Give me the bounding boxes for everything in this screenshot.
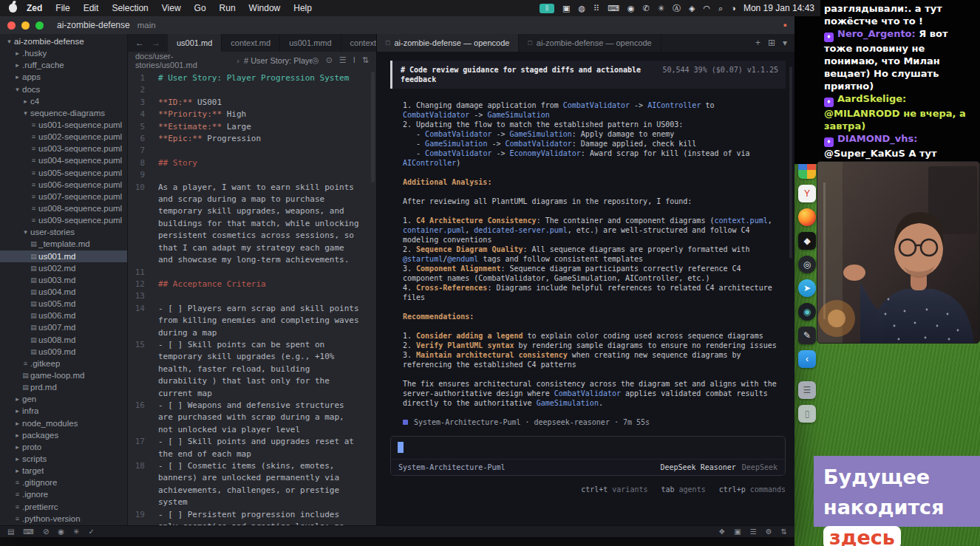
settings-icon[interactable]: ⚙: [766, 528, 772, 536]
menu-go[interactable]: Go: [188, 3, 213, 13]
new-terminal-button[interactable]: +: [755, 38, 760, 48]
tab-terminal-1[interactable]: □ai-zombie-defense — opencode: [377, 34, 519, 52]
editor-line[interactable]: 1# User Story: Player Progression System: [128, 72, 376, 84]
editor-line[interactable]: 11: [128, 267, 376, 279]
tree-file-game-loop-md[interactable]: ▤game-loop.md: [0, 369, 127, 381]
chat-username[interactable]: DIAMOND_vhs:: [837, 133, 918, 144]
titlebar-status-icon[interactable]: ●: [783, 21, 787, 29]
search-icon[interactable]: ⌕: [718, 4, 723, 13]
tree-file--python-version[interactable]: ≡.python-version: [0, 513, 127, 525]
tree-file--gitignore[interactable]: ≡.gitignore: [0, 477, 127, 488]
editor-scrollbar[interactable]: [371, 72, 375, 182]
diagnostics-icon[interactable]: ⊘: [43, 528, 49, 536]
tree-file-us008-sequence-puml[interactable]: ≡us008-sequence.puml: [0, 202, 127, 214]
camera-icon[interactable]: ◉: [627, 4, 635, 13]
editor-line[interactable]: 10As a player, I want to earn skill poin…: [128, 182, 376, 267]
tree-file--template-md[interactable]: ▤_template.md: [0, 238, 127, 250]
tree-file-us002-md[interactable]: ▤us002.md: [0, 262, 127, 274]
menu-file[interactable]: File: [49, 3, 76, 13]
tree-file-us009-md[interactable]: ▤us009.md: [0, 346, 127, 358]
tree-file--ignore[interactable]: ≡.ignore: [0, 488, 127, 500]
cursor-icon[interactable]: I: [353, 55, 355, 65]
expand-icon[interactable]: ⇅: [362, 55, 369, 65]
breadcrumb-context[interactable]: # User Story: Playe: [244, 56, 312, 65]
tree-folder--ruff-cache[interactable]: ▸.ruff_cache: [0, 59, 127, 71]
project-panel[interactable]: ▾ai-zombie-defense▸.husky▸.ruff_cache▸ap…: [0, 34, 128, 525]
tree-file--prettierrc[interactable]: ≡.prettierrc: [0, 500, 127, 512]
tree-folder-docs[interactable]: ▾docs: [0, 83, 127, 95]
menu-help[interactable]: Help: [287, 3, 319, 13]
menu-zed[interactable]: Zed: [20, 3, 49, 13]
project-panel-toggle-icon[interactable]: ▤: [7, 528, 14, 536]
editor-line[interactable]: 14- [ ] Players earn scrap and skill poi…: [128, 303, 376, 339]
tree-folder-infra[interactable]: ▸infra: [0, 405, 127, 417]
chat-username[interactable]: AardSkelige:: [837, 93, 906, 104]
keyboard-icon[interactable]: ⌨: [608, 4, 619, 13]
telegram-icon[interactable]: ➤: [798, 279, 816, 297]
editor-line[interactable]: 17- [ ] Skill points and upgrades reset …: [128, 436, 376, 460]
tree-file-prd-md[interactable]: ▤prd.md: [0, 381, 127, 393]
tree-file-us003-sequence-puml[interactable]: ≡us003-sequence.puml: [0, 143, 127, 154]
search-icon[interactable]: ◉: [58, 528, 64, 536]
tree-file-us006-md[interactable]: ▤us006.md: [0, 310, 127, 321]
tree-file--gitkeep[interactable]: ≡.gitkeep: [0, 358, 127, 369]
terminal-scrollbar[interactable]: [789, 66, 792, 259]
tab-terminal-2[interactable]: □ai-zombie-defense — opencode: [519, 34, 661, 52]
tree-folder-sequence-diagrams[interactable]: ▾sequence-diagrams: [0, 107, 127, 119]
tree-file-us002-sequence-puml[interactable]: ≡us002-sequence.puml: [0, 131, 127, 143]
editor-line[interactable]: 15- [ ] Skill points can be spent on tem…: [128, 339, 376, 400]
tree-file-us004-sequence-puml[interactable]: ≡us004-sequence.puml: [0, 154, 127, 166]
control-center-icon[interactable]: ◑: [731, 4, 736, 13]
assistant-icon[interactable]: ✳: [73, 528, 79, 536]
nav-forward-icon[interactable]: →: [152, 38, 160, 48]
tree-file-us005-md[interactable]: ▤us005.md: [0, 298, 127, 310]
obs-icon[interactable]: ◎: [798, 256, 816, 273]
terminal-toggle-icon[interactable]: ⌨: [23, 528, 33, 536]
keyboard-badge-icon[interactable]: ⣿: [540, 4, 554, 13]
tree-folder-user-stories[interactable]: ▾user-stories: [0, 226, 127, 238]
menu-edit[interactable]: Edit: [77, 3, 106, 13]
outline-icon[interactable]: ☰: [339, 55, 347, 65]
tree-file-us009-sequence-puml[interactable]: ≡us009-sequence.puml: [0, 214, 127, 226]
copilot-icon[interactable]: ❖: [718, 528, 725, 536]
tree-folder-packages[interactable]: ▸packages: [0, 429, 127, 441]
nav-back-icon[interactable]: ←: [135, 38, 144, 48]
check-icon[interactable]: ✓: [88, 528, 94, 536]
tree-folder-apps[interactable]: ▸apps: [0, 71, 127, 83]
phone-icon[interactable]: ✆: [643, 4, 650, 13]
editor-line[interactable]: 18- [ ] Cosmetic items (skins, emotes, b…: [128, 460, 376, 509]
tree-file-us008-md[interactable]: ▤us008.md: [0, 334, 127, 346]
firefox-icon[interactable]: [798, 208, 816, 226]
tree-file-us001-sequence-puml[interactable]: ≡us001-sequence.puml: [0, 119, 127, 131]
tree-file-us004-md[interactable]: ▤us004.md: [0, 286, 127, 298]
globe-icon[interactable]: ◍: [578, 4, 585, 13]
buffer-search-icon[interactable]: ⊙: [326, 55, 333, 65]
notes-app-icon[interactable]: ✎: [798, 327, 816, 344]
editor-line[interactable]: 4**Priority:** High: [128, 109, 376, 120]
tree-folder-scripts[interactable]: ▸scripts: [0, 453, 127, 465]
black-app-icon[interactable]: ◆: [798, 232, 816, 250]
zoom-window-button[interactable]: [35, 21, 44, 30]
terminal-buffer[interactable]: # Code review guidance for staged diffs …: [377, 52, 794, 525]
chat-username[interactable]: Nero_Argento:: [837, 28, 919, 39]
tree-file-us003-md[interactable]: ▤us003.md: [0, 274, 127, 286]
trash-icon[interactable]: ▯: [798, 405, 816, 423]
language-icon[interactable]: ▣: [734, 528, 741, 536]
tree-folder-node-modules[interactable]: ▸node_modules: [0, 417, 127, 429]
tab-context-puml[interactable]: context.puml: [341, 34, 376, 52]
project-name[interactable]: ai-zombie-defense: [57, 20, 130, 30]
editor-line[interactable]: 12## Acceptance Criteria: [128, 279, 376, 290]
panel-toggle-icon[interactable]: ⇅: [781, 528, 787, 536]
tree-file-us005-sequence-puml[interactable]: ≡us005-sequence.puml: [0, 167, 127, 179]
stats-icon[interactable]: ✳: [658, 4, 664, 13]
apple-menu-icon[interactable]: [9, 4, 17, 13]
editor-line[interactable]: 6**Epic:** Progression: [128, 133, 376, 145]
menu-window[interactable]: Window: [242, 3, 287, 13]
grid-icon[interactable]: ⠿: [593, 4, 599, 13]
tree-folder-proto[interactable]: ▸proto: [0, 441, 127, 453]
tree-file-us007-sequence-puml[interactable]: ≡us007-sequence.puml: [0, 191, 127, 202]
model-name-label[interactable]: DeepSeek Reasoner: [660, 463, 735, 472]
minimize-window-button[interactable]: [21, 21, 30, 30]
menu-view[interactable]: View: [155, 3, 188, 13]
close-window-button[interactable]: [7, 21, 16, 30]
